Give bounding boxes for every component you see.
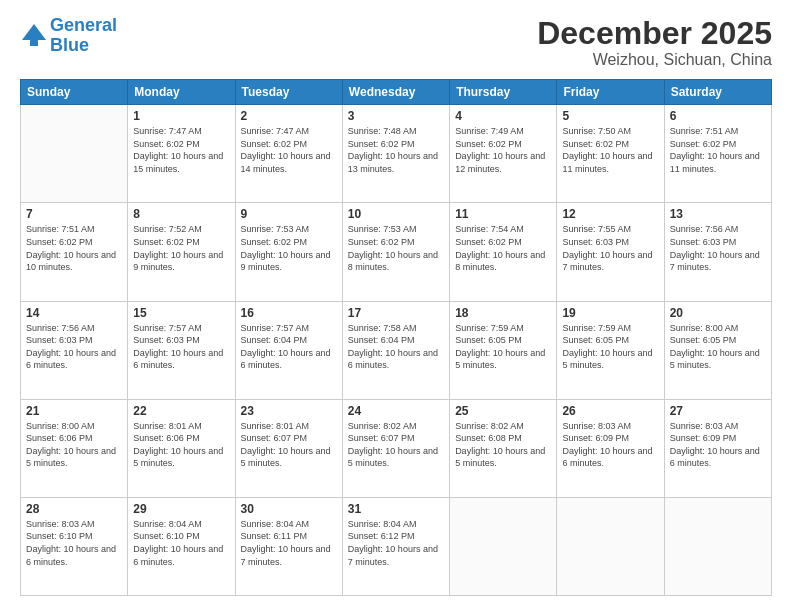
day-info: Sunrise: 7:59 AMSunset: 6:05 PMDaylight:… xyxy=(455,322,551,372)
day-info: Sunrise: 8:03 AMSunset: 6:09 PMDaylight:… xyxy=(670,420,766,470)
calendar-day-cell: 24Sunrise: 8:02 AMSunset: 6:07 PMDayligh… xyxy=(342,399,449,497)
calendar-day-cell: 2Sunrise: 7:47 AMSunset: 6:02 PMDaylight… xyxy=(235,105,342,203)
calendar-header-cell: Sunday xyxy=(21,80,128,105)
day-number: 17 xyxy=(348,306,444,320)
day-info: Sunrise: 8:03 AMSunset: 6:09 PMDaylight:… xyxy=(562,420,658,470)
day-info: Sunrise: 8:01 AMSunset: 6:06 PMDaylight:… xyxy=(133,420,229,470)
logo-line1: General xyxy=(50,15,117,35)
day-info: Sunrise: 7:56 AMSunset: 6:03 PMDaylight:… xyxy=(26,322,122,372)
calendar-header-cell: Monday xyxy=(128,80,235,105)
day-info: Sunrise: 8:00 AMSunset: 6:06 PMDaylight:… xyxy=(26,420,122,470)
calendar-day-cell: 16Sunrise: 7:57 AMSunset: 6:04 PMDayligh… xyxy=(235,301,342,399)
logo: General Blue xyxy=(20,16,117,56)
logo-text: General Blue xyxy=(50,16,117,56)
calendar-day-cell: 19Sunrise: 7:59 AMSunset: 6:05 PMDayligh… xyxy=(557,301,664,399)
calendar-week-row: 1Sunrise: 7:47 AMSunset: 6:02 PMDaylight… xyxy=(21,105,772,203)
calendar-header-cell: Tuesday xyxy=(235,80,342,105)
day-number: 13 xyxy=(670,207,766,221)
day-number: 19 xyxy=(562,306,658,320)
calendar-header-cell: Saturday xyxy=(664,80,771,105)
day-number: 15 xyxy=(133,306,229,320)
logo-icon xyxy=(20,22,48,50)
calendar-day-cell: 30Sunrise: 8:04 AMSunset: 6:11 PMDayligh… xyxy=(235,497,342,595)
day-number: 29 xyxy=(133,502,229,516)
day-info: Sunrise: 8:01 AMSunset: 6:07 PMDaylight:… xyxy=(241,420,337,470)
day-info: Sunrise: 7:48 AMSunset: 6:02 PMDaylight:… xyxy=(348,125,444,175)
calendar-title: December 2025 xyxy=(537,16,772,51)
calendar-day-cell: 29Sunrise: 8:04 AMSunset: 6:10 PMDayligh… xyxy=(128,497,235,595)
day-number: 7 xyxy=(26,207,122,221)
day-number: 4 xyxy=(455,109,551,123)
calendar-week-row: 21Sunrise: 8:00 AMSunset: 6:06 PMDayligh… xyxy=(21,399,772,497)
svg-rect-1 xyxy=(30,40,38,46)
day-info: Sunrise: 7:56 AMSunset: 6:03 PMDaylight:… xyxy=(670,223,766,273)
day-number: 30 xyxy=(241,502,337,516)
day-number: 31 xyxy=(348,502,444,516)
day-number: 11 xyxy=(455,207,551,221)
calendar-day-cell: 21Sunrise: 8:00 AMSunset: 6:06 PMDayligh… xyxy=(21,399,128,497)
day-info: Sunrise: 8:04 AMSunset: 6:12 PMDaylight:… xyxy=(348,518,444,568)
day-number: 2 xyxy=(241,109,337,123)
day-number: 5 xyxy=(562,109,658,123)
calendar-header-cell: Wednesday xyxy=(342,80,449,105)
day-info: Sunrise: 8:04 AMSunset: 6:10 PMDaylight:… xyxy=(133,518,229,568)
day-info: Sunrise: 7:49 AMSunset: 6:02 PMDaylight:… xyxy=(455,125,551,175)
calendar-day-cell: 9Sunrise: 7:53 AMSunset: 6:02 PMDaylight… xyxy=(235,203,342,301)
calendar-day-cell: 12Sunrise: 7:55 AMSunset: 6:03 PMDayligh… xyxy=(557,203,664,301)
calendar-day-cell: 10Sunrise: 7:53 AMSunset: 6:02 PMDayligh… xyxy=(342,203,449,301)
day-info: Sunrise: 7:59 AMSunset: 6:05 PMDaylight:… xyxy=(562,322,658,372)
day-info: Sunrise: 7:52 AMSunset: 6:02 PMDaylight:… xyxy=(133,223,229,273)
day-number: 24 xyxy=(348,404,444,418)
day-number: 28 xyxy=(26,502,122,516)
day-info: Sunrise: 8:04 AMSunset: 6:11 PMDaylight:… xyxy=(241,518,337,568)
day-number: 22 xyxy=(133,404,229,418)
calendar-day-cell: 26Sunrise: 8:03 AMSunset: 6:09 PMDayligh… xyxy=(557,399,664,497)
calendar-day-cell: 25Sunrise: 8:02 AMSunset: 6:08 PMDayligh… xyxy=(450,399,557,497)
day-number: 20 xyxy=(670,306,766,320)
calendar-day-cell: 18Sunrise: 7:59 AMSunset: 6:05 PMDayligh… xyxy=(450,301,557,399)
day-info: Sunrise: 7:47 AMSunset: 6:02 PMDaylight:… xyxy=(241,125,337,175)
day-info: Sunrise: 7:55 AMSunset: 6:03 PMDaylight:… xyxy=(562,223,658,273)
calendar-day-cell: 11Sunrise: 7:54 AMSunset: 6:02 PMDayligh… xyxy=(450,203,557,301)
calendar-day-cell: 6Sunrise: 7:51 AMSunset: 6:02 PMDaylight… xyxy=(664,105,771,203)
day-number: 18 xyxy=(455,306,551,320)
svg-marker-0 xyxy=(22,24,46,40)
calendar-day-cell: 27Sunrise: 8:03 AMSunset: 6:09 PMDayligh… xyxy=(664,399,771,497)
calendar-day-cell xyxy=(21,105,128,203)
day-info: Sunrise: 7:54 AMSunset: 6:02 PMDaylight:… xyxy=(455,223,551,273)
calendar-day-cell: 13Sunrise: 7:56 AMSunset: 6:03 PMDayligh… xyxy=(664,203,771,301)
calendar-header-cell: Friday xyxy=(557,80,664,105)
day-number: 1 xyxy=(133,109,229,123)
day-number: 26 xyxy=(562,404,658,418)
day-info: Sunrise: 7:57 AMSunset: 6:04 PMDaylight:… xyxy=(241,322,337,372)
day-info: Sunrise: 7:47 AMSunset: 6:02 PMDaylight:… xyxy=(133,125,229,175)
calendar-week-row: 7Sunrise: 7:51 AMSunset: 6:02 PMDaylight… xyxy=(21,203,772,301)
day-info: Sunrise: 8:00 AMSunset: 6:05 PMDaylight:… xyxy=(670,322,766,372)
day-number: 9 xyxy=(241,207,337,221)
calendar-day-cell: 7Sunrise: 7:51 AMSunset: 6:02 PMDaylight… xyxy=(21,203,128,301)
logo-line2: Blue xyxy=(50,35,89,55)
day-number: 6 xyxy=(670,109,766,123)
calendar-day-cell: 23Sunrise: 8:01 AMSunset: 6:07 PMDayligh… xyxy=(235,399,342,497)
calendar-day-cell: 3Sunrise: 7:48 AMSunset: 6:02 PMDaylight… xyxy=(342,105,449,203)
day-info: Sunrise: 8:03 AMSunset: 6:10 PMDaylight:… xyxy=(26,518,122,568)
day-info: Sunrise: 8:02 AMSunset: 6:07 PMDaylight:… xyxy=(348,420,444,470)
day-info: Sunrise: 7:53 AMSunset: 6:02 PMDaylight:… xyxy=(348,223,444,273)
day-info: Sunrise: 7:51 AMSunset: 6:02 PMDaylight:… xyxy=(26,223,122,273)
day-number: 16 xyxy=(241,306,337,320)
calendar-day-cell: 5Sunrise: 7:50 AMSunset: 6:02 PMDaylight… xyxy=(557,105,664,203)
calendar-header-row: SundayMondayTuesdayWednesdayThursdayFrid… xyxy=(21,80,772,105)
day-number: 14 xyxy=(26,306,122,320)
title-block: December 2025 Weizhou, Sichuan, China xyxy=(537,16,772,69)
calendar-day-cell: 22Sunrise: 8:01 AMSunset: 6:06 PMDayligh… xyxy=(128,399,235,497)
day-info: Sunrise: 7:57 AMSunset: 6:03 PMDaylight:… xyxy=(133,322,229,372)
day-number: 27 xyxy=(670,404,766,418)
day-number: 23 xyxy=(241,404,337,418)
day-number: 3 xyxy=(348,109,444,123)
calendar-subtitle: Weizhou, Sichuan, China xyxy=(537,51,772,69)
calendar-week-row: 28Sunrise: 8:03 AMSunset: 6:10 PMDayligh… xyxy=(21,497,772,595)
calendar-header-cell: Thursday xyxy=(450,80,557,105)
day-info: Sunrise: 7:51 AMSunset: 6:02 PMDaylight:… xyxy=(670,125,766,175)
calendar-day-cell: 28Sunrise: 8:03 AMSunset: 6:10 PMDayligh… xyxy=(21,497,128,595)
calendar-day-cell: 31Sunrise: 8:04 AMSunset: 6:12 PMDayligh… xyxy=(342,497,449,595)
